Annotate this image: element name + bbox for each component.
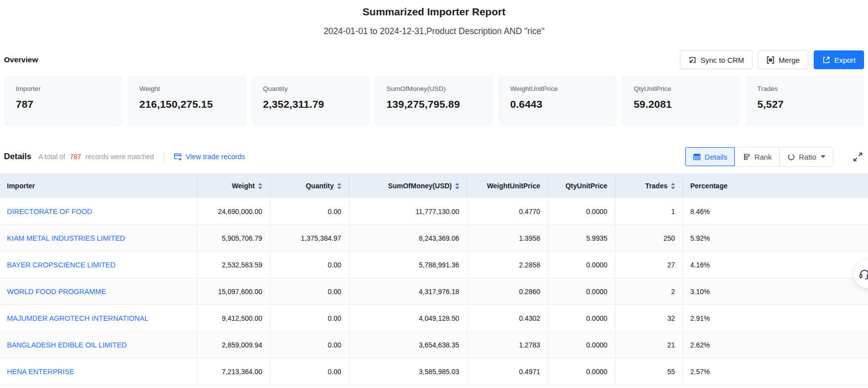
stat-card-sumofmoney-usd: SumOfMoney(USD)139,275,795.89 xyxy=(375,76,493,127)
tab-ratio[interactable]: Ratio xyxy=(779,147,833,166)
importer-link[interactable]: MAJUMDER AGROTECH INTERNATIONAL xyxy=(0,305,197,331)
sync-to-crm-button[interactable]: Sync to CRM xyxy=(680,50,752,69)
square-arrow-in-icon xyxy=(688,56,697,64)
cell-sumofmoney-usd: 4,049,128.50 xyxy=(350,305,468,331)
cell-percentage: 3.10% xyxy=(683,278,868,304)
table-row: DIRECTORATE OF FOOD24,690,000.000.0011,7… xyxy=(0,198,868,225)
column-label: Trades xyxy=(645,182,668,190)
column-header-trades[interactable]: Trades xyxy=(616,173,683,198)
tab-details-label: Details xyxy=(705,153,727,161)
export-button[interactable]: Export xyxy=(814,50,864,69)
stat-card-quantity: Quantity2,352,311.79 xyxy=(251,76,370,127)
sort-desc-icon xyxy=(671,187,675,189)
stat-card-value: 216,150,275.15 xyxy=(139,98,234,110)
cell-weightunitprice: 0.4971 xyxy=(468,358,549,385)
table-row: MAJUMDER AGROTECH INTERNATIONAL9,412,500… xyxy=(0,305,868,332)
column-label: Weight xyxy=(232,182,255,190)
importer-link[interactable]: BAYER CROPSCIENCE LIMITED xyxy=(0,252,197,278)
details-row: Details A total of 787 records were matc… xyxy=(4,147,864,167)
tab-details[interactable]: Details xyxy=(685,147,735,166)
sort-desc-icon xyxy=(337,187,341,189)
details-heading: Details xyxy=(4,152,32,162)
cell-qtyunitprice: 0.0000 xyxy=(549,252,616,278)
window-arrow-icon xyxy=(173,152,182,161)
sort-carets-icon[interactable] xyxy=(671,183,675,189)
column-header-quantity[interactable]: Quantity xyxy=(271,173,350,198)
cell-percentage: 8.46% xyxy=(683,198,868,224)
match-count: 787 xyxy=(70,153,81,161)
sort-carets-icon[interactable] xyxy=(258,183,262,189)
export-label: Export xyxy=(834,56,856,64)
cell-sumofmoney-usd: 8,243,369.06 xyxy=(350,225,468,251)
table-header-row: ImporterWeightQuantitySumOfMoney(USD)Wei… xyxy=(0,173,868,198)
sort-carets-icon[interactable] xyxy=(337,183,341,189)
view-trade-records-label: View trade records xyxy=(186,153,245,161)
stat-card-importer: Importer787 xyxy=(4,76,122,127)
column-header-percentage: Percentage xyxy=(683,173,868,198)
sort-carets-icon[interactable] xyxy=(455,183,459,189)
table-row: KIAM METAL INDUSTRIES LIMITED5,905,706.7… xyxy=(0,225,868,252)
table-grid-icon xyxy=(693,153,701,161)
view-trade-records-link[interactable]: View trade records xyxy=(173,152,245,161)
cell-qtyunitprice: 0.0000 xyxy=(549,198,616,224)
cell-percentage: 2.62% xyxy=(683,332,868,358)
table-body: DIRECTORATE OF FOOD24,690,000.000.0011,7… xyxy=(0,198,868,385)
stat-cards: Importer787Weight216,150,275.15Quantity2… xyxy=(4,76,864,127)
cell-percentage: 2.57% xyxy=(683,358,868,385)
cell-quantity: 0.00 xyxy=(271,358,350,385)
merge-columns-icon xyxy=(766,56,775,64)
cell-weight: 2,859,009.94 xyxy=(197,332,271,358)
stat-card-label: Importer xyxy=(16,85,111,93)
column-header-weightunitprice: WeightUnitPrice xyxy=(468,173,549,198)
importer-link[interactable]: KIAM METAL INDUSTRIES LIMITED xyxy=(0,225,197,251)
importer-link[interactable]: WORLD FOOD PROGRAMME xyxy=(0,278,197,304)
column-header-sumofmoney-usd[interactable]: SumOfMoney(USD) xyxy=(350,173,468,198)
report-header: Summarized Importer Report 2024-01-01 to… xyxy=(0,0,868,37)
fullscreen-icon xyxy=(853,152,863,162)
cell-percentage: 5.92% xyxy=(683,225,868,251)
tab-ratio-label: Ratio xyxy=(799,153,816,161)
cell-trades: 21 xyxy=(616,332,683,358)
page-title: Summarized Importer Report xyxy=(0,5,868,19)
cell-sumofmoney-usd: 3,654,638.35 xyxy=(350,332,468,358)
stat-card-label: QtyUnitPrice xyxy=(633,85,728,93)
stat-card-value: 0.6443 xyxy=(510,98,605,110)
cell-trades: 250 xyxy=(616,225,683,251)
cell-weightunitprice: 2.2858 xyxy=(468,252,549,278)
column-label: QtyUnitPrice xyxy=(565,182,607,190)
cell-weight: 15,097,600.00 xyxy=(197,278,271,304)
square-arrow-out-icon xyxy=(822,56,830,64)
importer-link[interactable]: BANGLADESH EDIBLE OIL LIMITED xyxy=(0,332,197,358)
overview-heading: Overview xyxy=(4,55,38,64)
column-header-weight[interactable]: Weight xyxy=(197,173,271,198)
cell-weight: 7,213,364.00 xyxy=(197,358,271,385)
merge-button[interactable]: Merge xyxy=(758,50,808,69)
cell-sumofmoney-usd: 11,777,130.00 xyxy=(350,198,468,224)
sort-asc-icon xyxy=(671,183,675,185)
sort-desc-icon xyxy=(455,187,459,189)
cell-weight: 5,905,706.79 xyxy=(197,225,271,251)
match-suffix: records were matched xyxy=(85,153,154,161)
cell-weight: 2,532,583.59 xyxy=(197,252,271,278)
match-prefix: A total of xyxy=(39,153,65,161)
cell-qtyunitprice: 5.9935 xyxy=(549,225,616,251)
stat-card-value: 2,352,311.79 xyxy=(263,98,358,110)
tab-rank[interactable]: Rank xyxy=(735,147,779,166)
cell-sumofmoney-usd: 3,585,985.03 xyxy=(350,358,468,385)
table-row: WORLD FOOD PROGRAMME15,097,600.000.004,3… xyxy=(0,278,868,305)
cell-quantity: 0.00 xyxy=(271,278,350,304)
cell-sumofmoney-usd: 5,788,991.36 xyxy=(350,252,468,278)
fullscreen-button[interactable] xyxy=(852,151,864,163)
importer-link[interactable]: DIRECTORATE OF FOOD xyxy=(0,198,197,224)
sync-to-crm-label: Sync to CRM xyxy=(701,56,744,64)
importer-link[interactable]: HENA ENTERPRISE xyxy=(0,358,197,385)
cell-trades: 1 xyxy=(616,198,683,224)
pie-ring-icon xyxy=(787,153,795,161)
cell-trades: 2 xyxy=(616,278,683,304)
cell-percentage: 4.16% xyxy=(683,252,868,278)
cell-quantity: 0.00 xyxy=(271,305,350,331)
stat-card-label: WeightUnitPrice xyxy=(510,85,605,93)
sort-asc-icon xyxy=(455,183,459,185)
stat-card-value: 139,275,795.89 xyxy=(387,98,481,110)
stat-card-label: SumOfMoney(USD) xyxy=(387,85,481,93)
